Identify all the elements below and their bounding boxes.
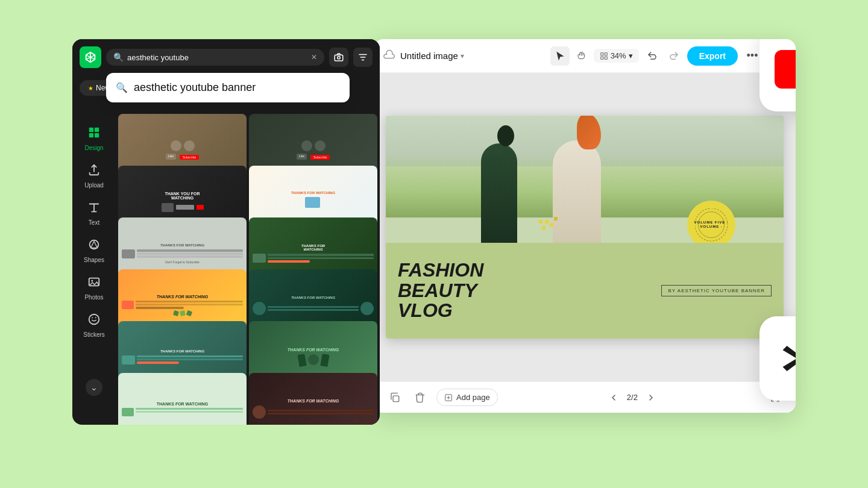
zoom-control[interactable]: 34% ▾ (594, 49, 639, 63)
previous-page-button[interactable] (605, 389, 622, 406)
upload-icon (87, 163, 101, 180)
subscribe-btn-label: Subscribe (180, 155, 199, 160)
capcut-app-icon (760, 316, 796, 401)
youtube-app-icon (760, 39, 796, 111)
delete-page-button[interactable] (411, 389, 429, 407)
suggestion-search-icon: 🔍 (116, 82, 128, 93)
shapes-icon (87, 238, 101, 254)
bottom-left-tools: Add page (386, 389, 498, 407)
flower-dots (545, 220, 549, 224)
svg-rect-8 (95, 133, 99, 137)
template-title: Thanks ForWatching (301, 244, 325, 251)
template-title: Thanks For Watching (291, 296, 335, 299)
camera-scan-svg (333, 52, 344, 63)
template-card[interactable]: Thanks For Watching (249, 373, 377, 425)
template-title: Thank You forWatching (165, 192, 200, 200)
banner-subtitle-box: BY AESTHETIC YOUTUBE BANNER (661, 285, 772, 296)
left-sidebar: Design Upload Text (72, 111, 116, 401)
svg-rect-20 (393, 396, 399, 402)
page-navigation: 2/2 (605, 389, 659, 406)
sidebar-item-upload[interactable]: Upload (75, 158, 113, 193)
svg-point-14 (95, 317, 96, 318)
hand-tool-button[interactable] (572, 46, 591, 66)
add-page-button[interactable]: Add page (436, 389, 498, 406)
sidebar-item-text[interactable]: Text (75, 196, 113, 231)
title-chevron-icon: ▾ (461, 52, 464, 60)
document-title[interactable]: Untitled image ▾ (400, 51, 464, 61)
banner-subtitle: BY AESTHETIC YOUTUBE BANNER (668, 288, 765, 293)
template-card[interactable]: Thanks For Watching (118, 373, 247, 425)
stickers-icon (87, 313, 101, 329)
page-indicator: 2/2 (627, 393, 638, 402)
youtube-logo (775, 50, 796, 89)
toolbar-left: Untitled image ▾ (383, 48, 546, 63)
text-icon (87, 201, 101, 217)
banner-title-line3: VLOG (398, 299, 453, 321)
woman2-body (553, 140, 601, 243)
sidebar-item-stickers[interactable]: Stickers (75, 308, 113, 343)
template-title: Thanks For Watching (288, 348, 339, 352)
svg-point-4 (338, 57, 341, 60)
subscribe-btn-label-2: Subscribe (310, 155, 330, 160)
redo-button[interactable] (665, 48, 682, 64)
camera-scan-button[interactable] (329, 48, 348, 67)
undo-button[interactable] (644, 48, 661, 64)
cursor-tool-button[interactable] (550, 46, 570, 66)
banner-preview[interactable]: VOLUME FIVE · VOLUME · FASHION BEAUTY VL… (386, 116, 784, 339)
template-title: Thanks For Watching (160, 349, 204, 353)
filter-button[interactable] (353, 48, 373, 67)
svg-rect-7 (89, 133, 93, 137)
template-title: THANKS FOR WATCHING (160, 243, 204, 247)
chevron-down-icon: ⌄ (90, 383, 98, 392)
capcut-logo-svg (84, 51, 97, 64)
star-icon: ★ (88, 85, 93, 92)
left-panel: 🔍 ✕ 🔍 aesthetic youtube banner (72, 39, 380, 425)
sidebar-item-photos[interactable]: Photos (75, 271, 113, 305)
filter-svg (357, 52, 368, 63)
banner-title-line2: BEAUTY (398, 280, 477, 301)
like-btn-label: Like (166, 154, 176, 160)
badge-arc-text: VOLUME FIVE · VOLUME · (687, 221, 735, 229)
search-icon: 🔍 (113, 52, 124, 62)
svg-rect-15 (600, 52, 603, 55)
search-clear-icon[interactable]: ✕ (311, 53, 317, 61)
photos-icon (87, 275, 101, 292)
svg-rect-5 (89, 128, 93, 132)
canvas-area: VOLUME FIVE · VOLUME · FASHION BEAUTY VL… (374, 73, 796, 381)
title-text: Untitled image (400, 51, 458, 61)
toolbar-tools: 34% ▾ (550, 46, 639, 66)
copy-page-button[interactable] (386, 389, 404, 407)
next-page-button[interactable] (643, 389, 659, 406)
svg-rect-16 (605, 52, 607, 55)
design-icon (87, 126, 101, 142)
sidebar-item-shapes[interactable]: Shapes (75, 233, 113, 268)
main-container: 🔍 ✕ 🔍 aesthetic youtube banner (72, 39, 796, 449)
search-bar[interactable]: 🔍 ✕ (106, 49, 324, 66)
template-title: Thanks For Watching (291, 191, 335, 195)
cloud-save-icon (383, 48, 395, 63)
zoom-chevron-icon: ▾ (629, 51, 633, 60)
banner-title-block: FASHION BEAUTY VLOG (398, 260, 649, 321)
editor-toolbar: Untitled image ▾ (374, 39, 796, 73)
search-suggestion[interactable]: 🔍 aesthetic youtube banner (106, 73, 350, 102)
right-panel: Untitled image ▾ (374, 39, 796, 413)
sidebar-collapse-button[interactable]: ⌄ (86, 379, 102, 396)
suggestion-text: aesthetic youtube banner (134, 81, 256, 94)
stickers-label: Stickers (83, 331, 105, 338)
logo-icon[interactable] (80, 46, 101, 68)
left-toolbar: 🔍 ✕ (72, 39, 380, 75)
banner-title-line1: FASHION (398, 259, 483, 281)
banner-bottom: FASHION BEAUTY VLOG BY AESTHETIC YOUTUBE… (386, 243, 784, 339)
woman1-body (481, 143, 517, 243)
banner-photo-area: VOLUME FIVE · VOLUME · (386, 116, 784, 243)
shapes-label: Shapes (84, 257, 104, 263)
editor-bottom-bar: Add page 2/2 (374, 381, 796, 413)
export-button[interactable]: Export (687, 46, 738, 66)
svg-rect-3 (335, 55, 343, 61)
search-input[interactable] (127, 53, 307, 62)
text-label: Text (89, 219, 99, 226)
photos-label: Photos (84, 294, 103, 301)
capcut-logo (778, 334, 796, 383)
svg-point-13 (92, 317, 93, 318)
sidebar-item-design[interactable]: Design (75, 121, 113, 156)
